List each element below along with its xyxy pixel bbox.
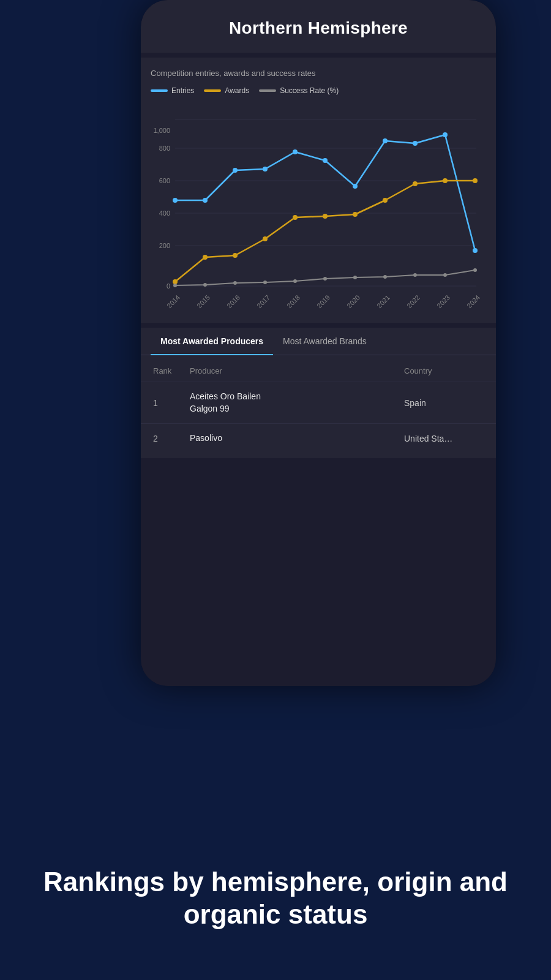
- svg-text:0: 0: [167, 282, 170, 290]
- svg-text:200: 200: [159, 242, 170, 249]
- svg-point-33: [473, 248, 478, 253]
- svg-text:2015: 2015: [195, 293, 211, 309]
- svg-point-26: [263, 167, 268, 172]
- svg-text:2020: 2020: [345, 293, 361, 309]
- tabs-section: Most Awarded Producers Most Awarded Bran…: [141, 328, 496, 458]
- phone-mockup: Northern Hemisphere Competition entries,…: [141, 0, 496, 686]
- svg-text:1,000: 1,000: [153, 127, 170, 134]
- svg-point-41: [383, 198, 388, 203]
- svg-text:2014: 2014: [165, 293, 181, 309]
- svg-point-24: [203, 198, 208, 203]
- svg-point-28: [323, 158, 328, 163]
- svg-text:2017: 2017: [255, 293, 271, 309]
- svg-point-40: [353, 212, 358, 217]
- chart-section: Competition entries, awards and success …: [141, 58, 496, 323]
- svg-text:2018: 2018: [285, 293, 301, 309]
- svg-point-39: [323, 214, 328, 219]
- col-country: Country: [404, 366, 484, 375]
- awards-legend-line: [204, 89, 221, 92]
- svg-point-52: [383, 275, 387, 279]
- svg-text:800: 800: [159, 145, 170, 152]
- svg-point-38: [293, 215, 298, 220]
- svg-point-32: [443, 132, 448, 137]
- table-section: Rank Producer Country 1 Aceites Oro Bail…: [141, 355, 496, 458]
- svg-point-37: [263, 236, 268, 241]
- row2-producer: Pasolivo: [190, 432, 404, 445]
- col-rank: Rank: [153, 366, 190, 375]
- svg-text:600: 600: [159, 177, 170, 184]
- svg-point-25: [233, 168, 238, 173]
- svg-point-53: [413, 273, 417, 277]
- svg-point-45: [173, 284, 177, 287]
- chart-svg: .grid-line { stroke: #3a3a50; stroke-wid…: [148, 102, 489, 311]
- tab-most-awarded-brands[interactable]: Most Awarded Brands: [273, 328, 377, 355]
- svg-point-46: [203, 283, 207, 287]
- row1-rank: 1: [153, 398, 190, 408]
- svg-point-55: [473, 268, 477, 272]
- tab-most-awarded-producers[interactable]: Most Awarded Producers: [151, 328, 273, 355]
- svg-text:2022: 2022: [405, 293, 421, 309]
- svg-point-36: [233, 253, 238, 258]
- svg-text:2021: 2021: [375, 293, 391, 309]
- row1-producer: Aceites Oro BailenGalgon 99: [190, 391, 404, 415]
- svg-point-29: [353, 184, 358, 189]
- chart-subtitle: Competition entries, awards and success …: [148, 69, 489, 78]
- tabs-bar: Most Awarded Producers Most Awarded Bran…: [141, 328, 496, 355]
- table-row: 1 Aceites Oro BailenGalgon 99 Spain: [141, 382, 496, 423]
- row1-country: Spain: [404, 398, 484, 408]
- row2-country: United Sta…: [404, 434, 484, 443]
- svg-point-54: [443, 273, 447, 277]
- page-title: Northern Hemisphere: [156, 18, 481, 38]
- entries-legend-line: [151, 89, 168, 92]
- bottom-text-section: Rankings by hemisphere, origin and organ…: [0, 866, 551, 931]
- svg-point-34: [173, 279, 178, 284]
- table-header: Rank Producer Country: [141, 360, 496, 382]
- svg-point-42: [413, 181, 418, 186]
- col-producer: Producer: [190, 366, 404, 375]
- svg-point-51: [353, 276, 357, 279]
- svg-text:2023: 2023: [435, 293, 451, 309]
- svg-point-47: [233, 281, 237, 285]
- legend-entries: Entries: [151, 86, 194, 95]
- svg-point-35: [203, 255, 208, 260]
- legend-success: Success Rate (%): [259, 86, 339, 95]
- svg-text:2016: 2016: [225, 293, 241, 309]
- success-legend-line: [259, 89, 276, 92]
- chart-legend: Entries Awards Success Rate (%): [148, 86, 489, 95]
- svg-point-44: [473, 178, 478, 183]
- chart-area: .grid-line { stroke: #3a3a50; stroke-wid…: [148, 102, 489, 311]
- success-label: Success Rate (%): [280, 86, 339, 95]
- bottom-headline: Rankings by hemisphere, origin and organ…: [31, 866, 520, 931]
- svg-point-50: [323, 277, 327, 281]
- svg-text:400: 400: [159, 209, 170, 217]
- row2-rank: 2: [153, 434, 190, 443]
- svg-text:2024: 2024: [465, 293, 481, 309]
- svg-text:2019: 2019: [315, 293, 331, 309]
- awards-label: Awards: [225, 86, 249, 95]
- svg-point-27: [293, 149, 298, 154]
- legend-awards: Awards: [204, 86, 249, 95]
- svg-point-31: [413, 141, 418, 146]
- title-section: Northern Hemisphere: [141, 0, 496, 53]
- svg-point-43: [443, 178, 448, 183]
- svg-point-48: [263, 281, 267, 284]
- svg-point-49: [293, 279, 297, 283]
- svg-point-30: [383, 138, 388, 143]
- entries-label: Entries: [171, 86, 194, 95]
- svg-point-23: [173, 198, 178, 203]
- table-row: 2 Pasolivo United Sta…: [141, 423, 496, 453]
